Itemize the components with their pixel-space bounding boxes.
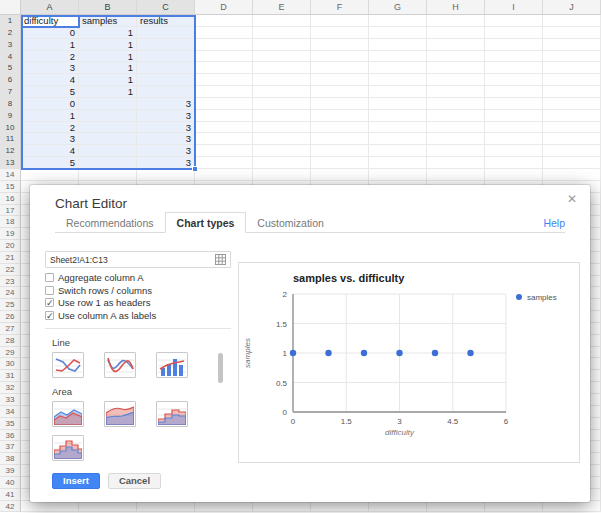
- cell-A4[interactable]: 2: [21, 51, 79, 63]
- cell-I3[interactable]: [485, 39, 543, 51]
- cell-J9[interactable]: [543, 110, 601, 122]
- cell-G11[interactable]: [369, 133, 427, 145]
- cell-E1[interactable]: [253, 15, 311, 27]
- cell-D1[interactable]: [195, 15, 253, 27]
- cell-E11[interactable]: [253, 133, 311, 145]
- cell-I5[interactable]: [485, 62, 543, 74]
- cell-G8[interactable]: [369, 98, 427, 110]
- cell-B11[interactable]: [79, 133, 137, 145]
- row-header-19[interactable]: 19: [0, 228, 21, 240]
- cell-A10[interactable]: 2: [21, 122, 79, 134]
- data-range-input[interactable]: [50, 255, 200, 265]
- column-header-F[interactable]: F: [311, 0, 369, 15]
- cell-F13[interactable]: [311, 157, 369, 169]
- column-header-H[interactable]: H: [427, 0, 485, 15]
- cell-F42[interactable]: [311, 501, 369, 513]
- cell-J7[interactable]: [543, 86, 601, 98]
- cell-B10[interactable]: [79, 122, 137, 134]
- cell-C3[interactable]: [137, 39, 195, 51]
- cell-I7[interactable]: [485, 86, 543, 98]
- cell-E42[interactable]: [253, 501, 311, 513]
- cell-H8[interactable]: [427, 98, 485, 110]
- cell-G12[interactable]: [369, 145, 427, 157]
- row-header-2[interactable]: 2: [0, 27, 21, 39]
- cell-A13[interactable]: 5: [21, 157, 79, 169]
- cell-I13[interactable]: [485, 157, 543, 169]
- checkbox-aggregate-column-a[interactable]: Aggregate column A: [45, 272, 231, 284]
- cell-I10[interactable]: [485, 122, 543, 134]
- cell-H2[interactable]: [427, 27, 485, 39]
- row-header-14[interactable]: 14: [0, 169, 21, 181]
- cell-I6[interactable]: [485, 74, 543, 86]
- cell-F3[interactable]: [311, 39, 369, 51]
- cell-F6[interactable]: [311, 74, 369, 86]
- cell-B12[interactable]: [79, 145, 137, 157]
- cell-B5[interactable]: 1: [79, 62, 137, 74]
- cell-J4[interactable]: [543, 51, 601, 63]
- cell-I42[interactable]: [485, 501, 543, 513]
- checkbox-switch-rows-columns[interactable]: Switch rows / columns: [45, 285, 231, 297]
- cell-J6[interactable]: [543, 74, 601, 86]
- cell-J3[interactable]: [543, 39, 601, 51]
- row-header-28[interactable]: 28: [0, 335, 21, 347]
- column-header-B[interactable]: B: [79, 0, 137, 15]
- column-header-E[interactable]: E: [253, 0, 311, 15]
- select-all-corner[interactable]: [0, 0, 21, 15]
- cell-C1[interactable]: results: [137, 15, 195, 27]
- cell-H4[interactable]: [427, 51, 485, 63]
- row-header-25[interactable]: 25: [0, 299, 21, 311]
- cell-G4[interactable]: [369, 51, 427, 63]
- cell-I2[interactable]: [485, 27, 543, 39]
- column-header-G[interactable]: G: [369, 0, 427, 15]
- cell-B2[interactable]: 1: [79, 27, 137, 39]
- row-header-35[interactable]: 35: [0, 418, 21, 430]
- cell-I12[interactable]: [485, 145, 543, 157]
- cell-H1[interactable]: [427, 15, 485, 27]
- row-header-24[interactable]: 24: [0, 287, 21, 299]
- cell-A11[interactable]: 3: [21, 133, 79, 145]
- cell-J12[interactable]: [543, 145, 601, 157]
- tab-recommendations[interactable]: Recommendations: [55, 213, 165, 232]
- tab-customization[interactable]: Customization: [246, 213, 335, 232]
- cell-G9[interactable]: [369, 110, 427, 122]
- row-header-17[interactable]: 17: [0, 205, 21, 217]
- cell-C9[interactable]: 3: [137, 110, 195, 122]
- panel-scrollbar-thumb[interactable]: [218, 353, 223, 383]
- cell-D11[interactable]: [195, 133, 253, 145]
- row-header-15[interactable]: 15: [0, 181, 21, 193]
- cell-E4[interactable]: [253, 51, 311, 63]
- cell-G2[interactable]: [369, 27, 427, 39]
- smooth-area-chart-thumbnail[interactable]: [104, 401, 136, 427]
- row-header-26[interactable]: 26: [0, 311, 21, 323]
- cell-G1[interactable]: [369, 15, 427, 27]
- row-header-4[interactable]: 4: [0, 51, 21, 63]
- row-header-38[interactable]: 38: [0, 453, 21, 465]
- column-header-I[interactable]: I: [485, 0, 543, 15]
- cell-B1[interactable]: samples: [79, 15, 137, 27]
- checkbox-unchecked-icon[interactable]: [45, 286, 54, 295]
- cell-I9[interactable]: [485, 110, 543, 122]
- cell-D10[interactable]: [195, 122, 253, 134]
- select-range-grid-icon[interactable]: [215, 254, 226, 265]
- cancel-button[interactable]: Cancel: [108, 473, 161, 489]
- cell-F4[interactable]: [311, 51, 369, 63]
- cell-G10[interactable]: [369, 122, 427, 134]
- cell-D6[interactable]: [195, 74, 253, 86]
- cell-B9[interactable]: [79, 110, 137, 122]
- cell-J13[interactable]: [543, 157, 601, 169]
- cell-G3[interactable]: [369, 39, 427, 51]
- cell-G42[interactable]: [369, 501, 427, 513]
- row-header-3[interactable]: 3: [0, 39, 21, 51]
- row-header-29[interactable]: 29: [0, 347, 21, 359]
- cell-J11[interactable]: [543, 133, 601, 145]
- cell-F7[interactable]: [311, 86, 369, 98]
- row-header-5[interactable]: 5: [0, 62, 21, 74]
- cell-J8[interactable]: [543, 98, 601, 110]
- row-header-1[interactable]: 1: [0, 15, 21, 27]
- row-header-36[interactable]: 36: [0, 430, 21, 442]
- smooth-line-chart-thumbnail[interactable]: [104, 352, 136, 378]
- cell-D42[interactable]: [195, 501, 253, 513]
- cell-F14[interactable]: [311, 169, 369, 181]
- row-header-32[interactable]: 32: [0, 382, 21, 394]
- row-header-9[interactable]: 9: [0, 110, 21, 122]
